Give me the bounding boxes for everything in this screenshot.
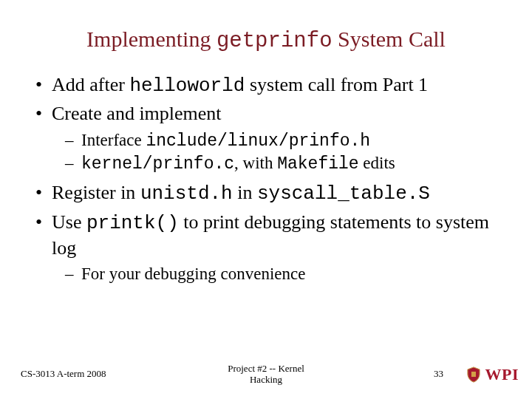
b2s2-mid: , with (234, 154, 277, 172)
b3-pre: Register in (52, 182, 140, 203)
b2s2-code2: Makefile (277, 154, 358, 174)
bullet-4-sub-1: For your debugging convenience (65, 263, 505, 285)
b1-pre: Add after (52, 74, 129, 95)
title-code: getprinfo (216, 29, 332, 53)
b2-text: Create and implement (52, 103, 222, 124)
b3-code1: unistd.h (140, 183, 233, 205)
title-post: System Call (332, 27, 446, 51)
b4s1-text: For your debugging convenience (81, 265, 305, 283)
b2s1-pre: Interface (81, 131, 146, 149)
b1-post: system call from Part 1 (245, 74, 428, 95)
bullet-3: Register in unistd.h in syscall_table.S (33, 180, 505, 206)
bullet-2: Create and implement Interface include/l… (33, 101, 505, 176)
logo-text: WPI (485, 365, 519, 384)
bullet-2-sub-2: kernel/prinfo.c, with Makefile edits (65, 152, 505, 176)
b1-code: helloworld (129, 75, 245, 97)
b4-code: printk() (86, 212, 179, 234)
bullet-4-sublist: For your debugging convenience (65, 263, 505, 285)
slide: Implementing getprinfo System Call Add a… (0, 0, 532, 399)
footer-left: CS-3013 A-term 2008 (21, 368, 106, 380)
b2s2-code1: kernel/prinfo.c (81, 154, 234, 174)
bullet-2-sub-1: Interface include/linux/prinfo.h (65, 129, 505, 153)
bullet-2-sublist: Interface include/linux/prinfo.h kernel/… (65, 129, 505, 177)
wpi-logo: WPI (465, 365, 519, 384)
bullet-4: Use printk() to print debugging statemen… (33, 210, 505, 285)
b2s2-post: edits (359, 154, 395, 172)
b3-code2: syscall_table.S (257, 183, 430, 205)
slide-title: Implementing getprinfo System Call (27, 27, 505, 53)
bullet-list: Add after helloworld system call from Pa… (33, 72, 505, 285)
svg-rect-0 (471, 372, 476, 377)
b4-pre: Use (52, 211, 86, 233)
title-pre: Implementing (86, 27, 216, 51)
footer: CS-3013 A-term 2008 Project #2 -- Kernel… (0, 359, 532, 389)
shield-icon (465, 366, 482, 383)
page-number: 33 (434, 368, 443, 380)
footer-center: Project #2 -- Kernel Hacking (228, 363, 304, 386)
bullet-1: Add after helloworld system call from Pa… (33, 72, 505, 98)
b2s1-code: include/linux/prinfo.h (146, 132, 370, 151)
b3-mid: in (233, 182, 257, 203)
